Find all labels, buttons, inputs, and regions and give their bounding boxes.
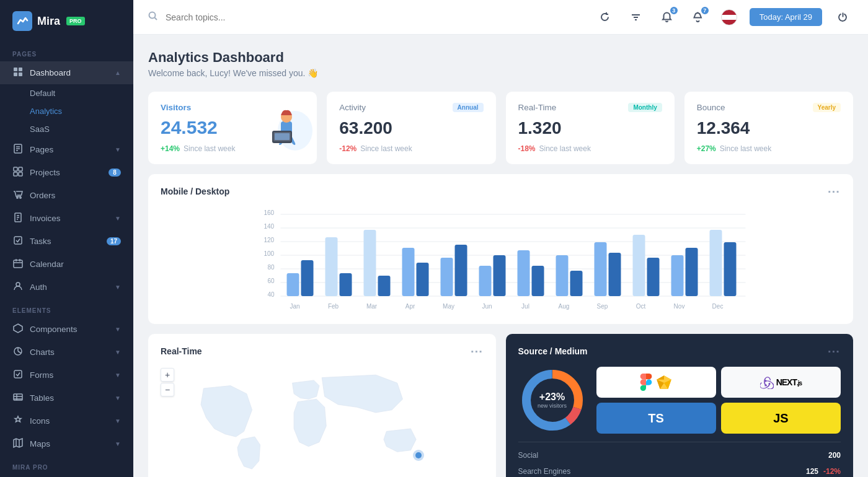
topbar-actions: 3 7 Today: April 29: [595, 7, 853, 28]
sidebar-item-projects[interactable]: Projects 8: [0, 161, 133, 184]
map-zoom-out[interactable]: −: [161, 383, 174, 396]
sidebar-item-maps[interactable]: Maps ▼: [0, 432, 133, 455]
sidebar-item-dashboard[interactable]: Dashboard ▲: [0, 61, 133, 84]
sidebar-sub-analytics[interactable]: Analytics: [0, 102, 133, 120]
donut-percent: +23%: [538, 392, 567, 403]
maps-label: Maps: [30, 439, 108, 449]
source-menu-button[interactable]: ⋯: [827, 344, 841, 359]
svg-text:140: 140: [264, 223, 275, 230]
svg-text:Jul: Jul: [521, 303, 529, 310]
calendar-label: Calendar: [30, 260, 121, 269]
svg-rect-92: [686, 248, 698, 296]
refresh-button[interactable]: [595, 7, 616, 28]
svg-rect-67: [364, 230, 376, 296]
svg-text:Mar: Mar: [366, 303, 378, 310]
svg-text:160: 160: [264, 209, 275, 216]
chat-badge: 3: [669, 6, 679, 15]
js-text: JS: [773, 411, 788, 426]
notifications-button[interactable]: 3: [657, 7, 678, 28]
sidebar-item-forms[interactable]: Forms ▼: [0, 364, 133, 387]
svg-point-23: [16, 282, 20, 286]
bell-badge: 7: [700, 6, 710, 15]
realtime-badge: Monthly: [628, 103, 662, 112]
sidebar-item-pages[interactable]: Pages ▼: [0, 138, 133, 161]
logo-area: Mira PRO: [0, 0, 133, 42]
sidebar-item-icons[interactable]: Icons ▼: [0, 409, 133, 432]
svg-text:Feb: Feb: [328, 303, 339, 310]
sidebar-item-tables[interactable]: Tables ▼: [0, 387, 133, 409]
chart-menu-button[interactable]: ⋯: [827, 184, 841, 199]
svg-rect-70: [402, 248, 415, 296]
svg-marker-24: [14, 324, 22, 333]
sidebar-item-components[interactable]: Components ▼: [0, 318, 133, 341]
invoices-label: Invoices: [30, 214, 108, 223]
svg-rect-91: [671, 255, 684, 296]
logo-icon: [12, 11, 32, 31]
svg-rect-77: [494, 255, 506, 296]
svg-rect-89: [647, 258, 660, 296]
tasks-badge: 17: [107, 237, 121, 245]
sidebar-sub-saas[interactable]: SaaS: [0, 120, 133, 138]
pages-chevron: ▼: [115, 146, 121, 153]
sidebar-item-calendar[interactable]: Calendar: [0, 253, 133, 276]
projects-badge: 8: [108, 168, 121, 177]
ts-text: TS: [648, 411, 664, 426]
redux-next-card: NEXT.js: [721, 367, 841, 398]
svg-rect-61: [287, 273, 299, 296]
figma-logo-card: [596, 367, 716, 398]
source-title: Source / Medium: [518, 346, 588, 356]
bell-button[interactable]: 7: [688, 7, 709, 28]
sidebar-item-auth[interactable]: Auth ▼: [0, 276, 133, 299]
activity-badge: Annual: [453, 103, 484, 112]
filter-button[interactable]: [626, 7, 647, 28]
pages-label: Pages: [30, 145, 108, 154]
content-area: Analytics Dashboard Welcome back, Lucy! …: [133, 35, 868, 477]
svg-rect-82: [556, 255, 569, 296]
search-input[interactable]: [166, 12, 587, 22]
source-row-social: Social 200: [518, 447, 841, 463]
svg-rect-18: [14, 237, 22, 244]
sidebar-item-tasks[interactable]: Tasks 17: [0, 230, 133, 253]
source-row-search: Search Engines 125 -12%: [518, 463, 841, 477]
map-zoom-in[interactable]: +: [161, 368, 174, 382]
svg-rect-46: [275, 133, 290, 140]
activity-header: Activity Annual: [339, 103, 483, 112]
bottom-row: Real-Time ⋯ + −: [148, 334, 853, 477]
search-engines-label: Search Engines: [518, 467, 571, 476]
map-marker: [415, 452, 422, 458]
maps-icon: [12, 438, 24, 450]
sidebar-item-charts[interactable]: Charts ▼: [0, 341, 133, 364]
flag-button[interactable]: [719, 7, 740, 28]
svg-text:80: 80: [268, 264, 275, 271]
realtime-map-card: Real-Time ⋯ + −: [148, 334, 496, 477]
sidebar: Mira PRO PAGES Dashboard ▲ Default Analy…: [0, 0, 133, 477]
charts-chevron: ▼: [115, 349, 121, 356]
mobile-desktop-chart-card: Mobile / Desktop ⋯ 160 140 120 100 80 60…: [148, 174, 853, 324]
sidebar-item-orders[interactable]: Orders: [0, 184, 133, 207]
sidebar-sub-default[interactable]: Default: [0, 84, 133, 102]
sidebar-item-invoices[interactable]: Invoices ▼: [0, 207, 133, 230]
svg-rect-3: [19, 72, 22, 76]
svg-rect-26: [14, 370, 22, 378]
dashboard-chevron: ▲: [115, 69, 121, 76]
map-controls: + −: [161, 368, 174, 396]
activity-change-pct: -12%: [339, 144, 356, 153]
bounce-badge: Yearly: [813, 103, 841, 112]
realtime-card: Real-Time Monthly 1.320 -18% Since last …: [506, 92, 675, 164]
svg-rect-88: [633, 235, 645, 296]
components-label: Components: [30, 325, 108, 334]
map-title: Real-Time: [161, 346, 202, 356]
svg-point-34: [149, 12, 156, 18]
power-button[interactable]: [832, 7, 853, 28]
map-menu-button[interactable]: ⋯: [470, 344, 484, 359]
svg-rect-85: [595, 242, 607, 296]
maps-chevron: ▼: [115, 440, 121, 447]
components-chevron: ▼: [115, 326, 121, 333]
svg-rect-8: [14, 167, 17, 171]
mobile-desktop-svg: 160 140 120 100 80 60 40: [161, 206, 841, 312]
tables-chevron: ▼: [115, 395, 121, 401]
svg-line-35: [155, 17, 157, 20]
today-button[interactable]: Today: April 29: [750, 8, 822, 26]
svg-rect-64: [326, 237, 338, 296]
projects-icon: [12, 167, 24, 178]
